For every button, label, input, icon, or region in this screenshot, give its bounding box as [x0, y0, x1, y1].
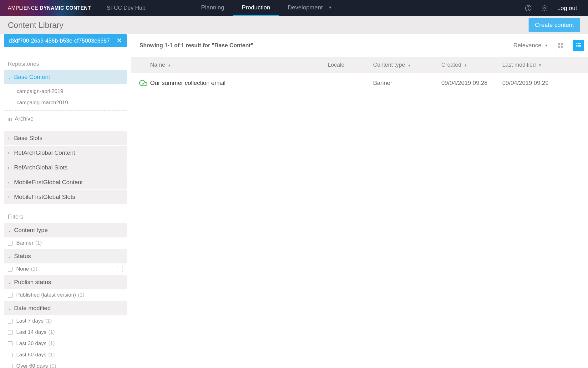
repo-base-content[interactable]: ⌄ Base Content	[4, 70, 127, 84]
svg-rect-7	[576, 43, 577, 44]
svg-rect-6	[561, 46, 563, 48]
checkbox[interactable]	[8, 341, 13, 346]
checkbox[interactable]	[8, 319, 13, 324]
hub-name[interactable]: SFCC Dev Hub	[97, 0, 155, 16]
brand-logo: AMPLIENCE DYNAMIC CONTENT	[0, 5, 97, 11]
filters-label: Filters	[4, 211, 127, 223]
filter-option[interactable]: Over 60 days (0)	[4, 360, 127, 368]
checkbox[interactable]	[8, 353, 13, 357]
column-header-locale[interactable]: Locale	[328, 62, 373, 68]
chevron-right-icon: ›	[8, 136, 14, 141]
filter-option-count: (0)	[50, 363, 56, 368]
filter-option-count: (1)	[48, 340, 55, 347]
chevron-right-icon: ›	[8, 194, 14, 200]
repositories-label: Repositories	[4, 58, 127, 70]
svg-rect-9	[576, 45, 577, 46]
tab-planning[interactable]: Planning	[192, 0, 233, 16]
sort-dropdown[interactable]: Relevance ▼	[513, 42, 548, 49]
filter-head-label: Status	[14, 253, 31, 260]
repo-mobilefirst-content[interactable]: › MobileFirstGlobal Content	[4, 175, 127, 189]
checkbox[interactable]	[8, 330, 13, 335]
list-view-button[interactable]	[573, 40, 584, 51]
sort-asc-icon: ▲	[464, 63, 467, 67]
svg-rect-4	[561, 43, 563, 45]
filter-option[interactable]: None (1)	[4, 263, 127, 275]
checkbox[interactable]	[8, 364, 13, 368]
filter-option[interactable]: Last 7 days (1)	[4, 315, 127, 327]
help-icon[interactable]	[525, 5, 532, 12]
repo-folder[interactable]: campaign-april2019	[4, 86, 127, 97]
search-box: ✕	[4, 34, 127, 47]
gear-icon[interactable]	[541, 5, 548, 12]
repo-mobilefirst-slots[interactable]: › MobileFirstGlobal Slots	[4, 190, 127, 204]
filter-option-label: Last 60 days	[16, 352, 46, 358]
tab-development-label: Development	[288, 4, 323, 11]
sort-asc-icon: ▲	[408, 63, 411, 67]
table-row[interactable]: Our summer collection email Banner 09/04…	[131, 73, 588, 93]
filter-option-count: (1)	[35, 240, 42, 246]
repo-label: MobileFirstGlobal Slots	[14, 194, 75, 200]
filter-option[interactable]: Banner (1)	[4, 237, 127, 249]
svg-rect-12	[578, 46, 581, 47]
column-label: Created	[441, 62, 461, 68]
filter-option-label: Banner	[16, 240, 33, 246]
filter-option[interactable]: Last 14 days (1)	[4, 327, 127, 338]
svg-rect-11	[576, 46, 577, 47]
repo-folder[interactable]: campaing-march2019	[4, 97, 127, 108]
subheader: Content Library Create content	[0, 16, 588, 34]
repo-refarch-content[interactable]: › RefArchGlobal Content	[4, 146, 127, 160]
column-label: Last modified	[502, 62, 536, 68]
topbar-right: Log out	[525, 5, 588, 12]
divider	[4, 110, 127, 111]
chevron-down-icon: ⌄	[8, 75, 14, 80]
cell-type: Banner	[373, 80, 441, 86]
column-header-created[interactable]: Created ▲	[441, 62, 502, 68]
tab-production[interactable]: Production	[233, 0, 279, 16]
repo-base-slots[interactable]: › Base Slots	[4, 131, 127, 145]
repo-label: RefArchGlobal Slots	[14, 164, 68, 171]
column-header-name[interactable]: Name ▲	[150, 62, 328, 68]
svg-rect-10	[578, 45, 581, 46]
search-input[interactable]	[9, 38, 116, 44]
filter-content-type[interactable]: ⌄ Content type	[4, 223, 127, 237]
filter-date-modified[interactable]: ⌄ Date modified	[4, 301, 127, 315]
filter-head-label: Content type	[14, 227, 48, 234]
filter-option[interactable]: Last 30 days (1)	[4, 338, 127, 349]
chevron-down-icon: ▼	[545, 44, 548, 47]
checkbox[interactable]	[8, 241, 13, 246]
repo-label: MobileFirstGlobal Content	[14, 179, 83, 186]
brand-light: AMPLIENCE	[8, 5, 38, 11]
close-icon[interactable]: ✕	[116, 37, 122, 45]
archive-link[interactable]: ▥ Archive	[4, 112, 127, 128]
repo-refarch-slots[interactable]: › RefArchGlobal Slots	[4, 160, 127, 175]
repo-label: Base Content	[14, 74, 50, 80]
column-header-type[interactable]: Content type ▲	[373, 62, 441, 68]
sort-desc-icon: ▼	[538, 63, 542, 67]
filter-publish-status[interactable]: ⌄ Publish status	[4, 275, 127, 289]
content-area: Showing 1-1 of 1 result for "Base Conten…	[131, 34, 588, 368]
results-text: Showing 1-1 of 1 result for "Base Conten…	[139, 42, 253, 49]
create-content-button[interactable]: Create content	[529, 18, 580, 32]
column-header-modified[interactable]: Last modified ▼	[502, 62, 579, 68]
grid-view-button[interactable]	[555, 40, 566, 51]
filter-option[interactable]: Published (latest version) (1)	[4, 289, 127, 301]
archive-icon: ▥	[8, 117, 15, 122]
filter-option-count: (1)	[31, 266, 38, 272]
filter-option-label: None	[16, 266, 29, 272]
checkbox[interactable]	[8, 267, 13, 272]
filter-status[interactable]: ⌄ Status	[4, 249, 127, 263]
chevron-right-icon: ›	[8, 165, 14, 170]
nav-tabs: Planning Production Development ▼	[192, 0, 341, 16]
chevron-down-icon: ⌄	[8, 280, 14, 285]
logout-button[interactable]: Log out	[557, 5, 577, 12]
filter-option[interactable]: Last 60 days (1)	[4, 349, 127, 360]
svg-point-1	[528, 9, 528, 9]
main: ✕ Repositories ⌄ Base Content campaign-a…	[0, 34, 588, 368]
chevron-down-icon: ⌄	[8, 306, 14, 311]
filter-option-count: (1)	[78, 292, 84, 298]
checkbox[interactable]	[8, 293, 13, 298]
cell-modified: 09/04/2019 09:29	[502, 80, 579, 86]
cell-name: Our summer collection email	[150, 80, 328, 86]
svg-rect-8	[578, 43, 581, 44]
tab-development[interactable]: Development ▼	[279, 0, 341, 16]
